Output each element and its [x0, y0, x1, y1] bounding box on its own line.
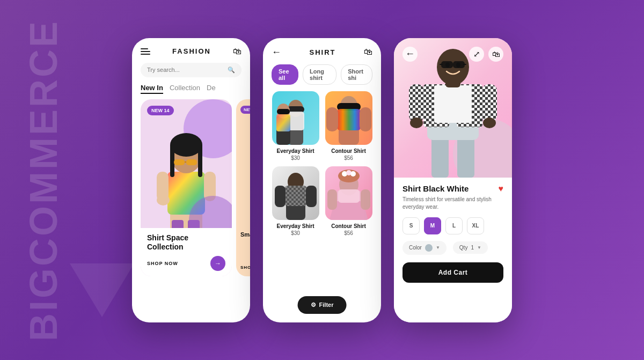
- svg-rect-37: [275, 186, 286, 207]
- item-name-1: Everyday Shirt: [276, 148, 314, 154]
- color-label: Color: [409, 245, 422, 251]
- header-icons: ⤢ 🛍: [469, 47, 503, 62]
- size-xl[interactable]: XL: [467, 217, 484, 234]
- svg-point-45: [350, 171, 356, 177]
- filter-tabs: See all Long shirt Short shi: [263, 64, 381, 85]
- svg-rect-9: [170, 145, 202, 153]
- search-icon: 🔍: [228, 67, 235, 74]
- svg-rect-36: [284, 186, 307, 206]
- shop-now-label: SHOP NOW: [147, 261, 178, 266]
- product-name: Shirt Black White: [402, 184, 469, 193]
- qty-label: Qty: [459, 245, 468, 251]
- filter-icon: ⚙: [311, 302, 316, 308]
- favorite-icon[interactable]: ♥: [499, 184, 504, 194]
- svg-point-58: [410, 117, 423, 128]
- qty-chevron-icon: ▼: [477, 245, 481, 250]
- svg-point-4: [157, 195, 170, 205]
- svg-rect-47: [327, 189, 337, 210]
- product-item-4[interactable]: Contour Shirt $56: [325, 166, 372, 236]
- bag-icon[interactable]: 🛍: [233, 47, 241, 56]
- product-item-1[interactable]: Everyday Shirt $30: [272, 91, 319, 161]
- filter-see-all[interactable]: See all: [272, 64, 298, 85]
- svg-rect-38: [306, 186, 317, 207]
- svg-rect-21: [277, 109, 290, 114]
- svg-rect-65: [453, 61, 465, 68]
- color-dot: [425, 244, 433, 252]
- phone2-header: ← SHIRT 🛍: [263, 38, 381, 64]
- card2-badge: NEV: [240, 106, 250, 114]
- category-tabs: New In Collection De: [132, 84, 250, 94]
- search-bar[interactable]: 🔍: [141, 63, 241, 77]
- svg-rect-48: [361, 189, 370, 210]
- svg-rect-28: [360, 107, 371, 131]
- size-selector: S M L XL: [402, 217, 503, 234]
- search-input[interactable]: [147, 67, 224, 73]
- product-title-row: Shirt Black White ♥: [402, 184, 503, 194]
- bag-icon-2[interactable]: 🛍: [364, 47, 372, 57]
- svg-rect-64: [441, 61, 453, 68]
- color-selector[interactable]: Color ▼: [402, 241, 447, 255]
- svg-rect-57: [482, 84, 497, 122]
- product-hero-image: ← ⤢ 🛍: [394, 38, 512, 178]
- product-cards: NEW 14: [132, 99, 250, 276]
- item-price-1: $30: [291, 155, 300, 161]
- svg-rect-26: [337, 109, 361, 130]
- bag-icon-3[interactable]: 🛍: [488, 47, 503, 62]
- qty-value: 1: [471, 245, 474, 251]
- back-button-3[interactable]: ←: [402, 47, 418, 62]
- back-button[interactable]: ←: [272, 47, 281, 58]
- products-grid: Everyday Shirt $30: [263, 91, 381, 236]
- arrow-button[interactable]: →: [210, 256, 225, 271]
- product-item-2[interactable]: Contour Shirt $56: [325, 91, 372, 161]
- product-card-2-peek[interactable]: NEV Sma Hi SHO: [236, 99, 250, 276]
- product-item-3[interactable]: Everyday Shirt $30: [272, 166, 319, 236]
- phone-shirt-listing: ← SHIRT 🛍 See all Long shirt Short shi: [263, 38, 381, 322]
- product-info: Shirt Black White ♥ Timeless shirt for v…: [394, 178, 512, 322]
- card2-text: Sma Hi: [240, 231, 250, 238]
- phone-product-detail: ← ⤢ 🛍: [394, 38, 512, 322]
- add-to-cart-button[interactable]: Add Cart: [402, 262, 503, 283]
- product-card-1[interactable]: NEW 14: [141, 99, 232, 276]
- product-options: Color ▼ Qty 1 ▼: [402, 241, 503, 255]
- tab-deals[interactable]: De: [207, 84, 216, 94]
- phones-container: FASHION 🛍 🔍 New In Collection De NEW 14: [132, 38, 512, 322]
- svg-rect-12: [174, 159, 185, 165]
- filter-label: Filter: [319, 302, 334, 308]
- product-description: Timeless shirt for versatile and stylish…: [402, 196, 503, 211]
- shop-row: SHOP NOW →: [147, 256, 225, 271]
- filter-button[interactable]: ⚙ Filter: [298, 296, 347, 314]
- size-l[interactable]: L: [445, 217, 463, 234]
- svg-rect-27: [326, 107, 338, 131]
- svg-rect-68: [463, 64, 466, 65]
- size-m[interactable]: M: [424, 217, 441, 234]
- phone1-title: FASHION: [172, 47, 211, 55]
- card-title: Shirt Space Collection: [147, 233, 225, 252]
- share-icon[interactable]: ⤢: [469, 47, 484, 62]
- filter-short-shirt[interactable]: Short shi: [341, 64, 372, 85]
- svg-rect-67: [440, 64, 443, 65]
- svg-point-59: [483, 117, 496, 128]
- filter-long-shirt[interactable]: Long shirt: [303, 64, 336, 85]
- svg-rect-13: [186, 159, 197, 165]
- item-price-3: $30: [291, 230, 300, 236]
- card-badge: NEW 14: [147, 106, 174, 115]
- phone2-title: SHIRT: [310, 48, 336, 56]
- item-name-2: Contour Shirt: [331, 148, 365, 154]
- svg-rect-22: [276, 114, 290, 131]
- tab-collection[interactable]: Collection: [170, 84, 200, 94]
- product-image-3: [272, 166, 319, 220]
- item-price-4: $56: [344, 230, 353, 236]
- qty-selector[interactable]: Qty 1 ▼: [453, 241, 488, 254]
- svg-rect-10: [170, 150, 174, 177]
- item-price-2: $56: [344, 155, 353, 161]
- item-name-4: Contour Shirt: [331, 223, 365, 229]
- watermark-text: BIGCOMMERCE: [21, 19, 65, 341]
- menu-icon[interactable]: [141, 48, 150, 55]
- tab-new-in[interactable]: New In: [141, 84, 163, 94]
- watermark-triangle: [70, 263, 134, 317]
- item-name-3: Everyday Shirt: [276, 223, 314, 229]
- phone3-header: ← ⤢ 🛍: [394, 38, 512, 62]
- card-info: Shirt Space Collection SHOP NOW →: [141, 228, 232, 276]
- svg-rect-46: [338, 189, 360, 203]
- size-s[interactable]: S: [402, 217, 420, 234]
